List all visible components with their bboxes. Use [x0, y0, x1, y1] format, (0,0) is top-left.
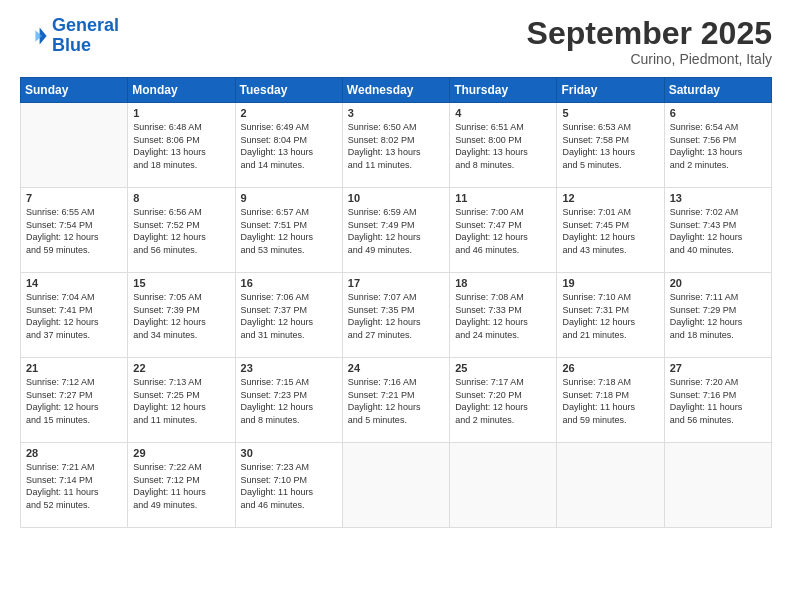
- day-number: 1: [133, 107, 229, 119]
- calendar-header-row: SundayMondayTuesdayWednesdayThursdayFrid…: [21, 78, 772, 103]
- day-info: Sunrise: 7:12 AM Sunset: 7:27 PM Dayligh…: [26, 376, 122, 426]
- day-info: Sunrise: 6:56 AM Sunset: 7:52 PM Dayligh…: [133, 206, 229, 256]
- calendar-week-row: 21Sunrise: 7:12 AM Sunset: 7:27 PM Dayli…: [21, 358, 772, 443]
- day-info: Sunrise: 7:16 AM Sunset: 7:21 PM Dayligh…: [348, 376, 444, 426]
- day-number: 6: [670, 107, 766, 119]
- day-info: Sunrise: 7:08 AM Sunset: 7:33 PM Dayligh…: [455, 291, 551, 341]
- logo-icon: [20, 22, 48, 50]
- calendar-week-row: 1Sunrise: 6:48 AM Sunset: 8:06 PM Daylig…: [21, 103, 772, 188]
- calendar-cell: 27Sunrise: 7:20 AM Sunset: 7:16 PM Dayli…: [664, 358, 771, 443]
- calendar-cell: 19Sunrise: 7:10 AM Sunset: 7:31 PM Dayli…: [557, 273, 664, 358]
- calendar-cell: 20Sunrise: 7:11 AM Sunset: 7:29 PM Dayli…: [664, 273, 771, 358]
- day-number: 14: [26, 277, 122, 289]
- day-info: Sunrise: 7:23 AM Sunset: 7:10 PM Dayligh…: [241, 461, 337, 511]
- day-number: 2: [241, 107, 337, 119]
- day-number: 22: [133, 362, 229, 374]
- day-info: Sunrise: 7:04 AM Sunset: 7:41 PM Dayligh…: [26, 291, 122, 341]
- calendar-cell: 25Sunrise: 7:17 AM Sunset: 7:20 PM Dayli…: [450, 358, 557, 443]
- day-number: 9: [241, 192, 337, 204]
- day-info: Sunrise: 6:51 AM Sunset: 8:00 PM Dayligh…: [455, 121, 551, 171]
- calendar-cell: 11Sunrise: 7:00 AM Sunset: 7:47 PM Dayli…: [450, 188, 557, 273]
- calendar-week-row: 14Sunrise: 7:04 AM Sunset: 7:41 PM Dayli…: [21, 273, 772, 358]
- calendar-cell: 1Sunrise: 6:48 AM Sunset: 8:06 PM Daylig…: [128, 103, 235, 188]
- day-number: 3: [348, 107, 444, 119]
- day-number: 8: [133, 192, 229, 204]
- logo-text: General Blue: [52, 16, 119, 56]
- weekday-header: Tuesday: [235, 78, 342, 103]
- day-number: 26: [562, 362, 658, 374]
- day-info: Sunrise: 6:53 AM Sunset: 7:58 PM Dayligh…: [562, 121, 658, 171]
- day-number: 23: [241, 362, 337, 374]
- day-number: 28: [26, 447, 122, 459]
- weekday-header: Sunday: [21, 78, 128, 103]
- day-number: 11: [455, 192, 551, 204]
- day-number: 4: [455, 107, 551, 119]
- day-number: 27: [670, 362, 766, 374]
- calendar-cell: 29Sunrise: 7:22 AM Sunset: 7:12 PM Dayli…: [128, 443, 235, 528]
- calendar-cell: [21, 103, 128, 188]
- calendar-cell: [342, 443, 449, 528]
- day-number: 25: [455, 362, 551, 374]
- day-number: 10: [348, 192, 444, 204]
- day-number: 30: [241, 447, 337, 459]
- day-info: Sunrise: 7:13 AM Sunset: 7:25 PM Dayligh…: [133, 376, 229, 426]
- calendar-cell: 17Sunrise: 7:07 AM Sunset: 7:35 PM Dayli…: [342, 273, 449, 358]
- day-info: Sunrise: 7:05 AM Sunset: 7:39 PM Dayligh…: [133, 291, 229, 341]
- logo: General Blue: [20, 16, 119, 56]
- day-info: Sunrise: 7:22 AM Sunset: 7:12 PM Dayligh…: [133, 461, 229, 511]
- day-number: 15: [133, 277, 229, 289]
- day-info: Sunrise: 7:01 AM Sunset: 7:45 PM Dayligh…: [562, 206, 658, 256]
- day-number: 21: [26, 362, 122, 374]
- day-info: Sunrise: 6:59 AM Sunset: 7:49 PM Dayligh…: [348, 206, 444, 256]
- calendar-cell: 22Sunrise: 7:13 AM Sunset: 7:25 PM Dayli…: [128, 358, 235, 443]
- header: General Blue September 2025 Curino, Pied…: [20, 16, 772, 67]
- weekday-header: Thursday: [450, 78, 557, 103]
- day-info: Sunrise: 7:11 AM Sunset: 7:29 PM Dayligh…: [670, 291, 766, 341]
- day-info: Sunrise: 7:17 AM Sunset: 7:20 PM Dayligh…: [455, 376, 551, 426]
- day-info: Sunrise: 7:02 AM Sunset: 7:43 PM Dayligh…: [670, 206, 766, 256]
- day-info: Sunrise: 7:15 AM Sunset: 7:23 PM Dayligh…: [241, 376, 337, 426]
- day-info: Sunrise: 6:55 AM Sunset: 7:54 PM Dayligh…: [26, 206, 122, 256]
- day-number: 13: [670, 192, 766, 204]
- calendar-cell: [450, 443, 557, 528]
- calendar-cell: 4Sunrise: 6:51 AM Sunset: 8:00 PM Daylig…: [450, 103, 557, 188]
- day-info: Sunrise: 7:06 AM Sunset: 7:37 PM Dayligh…: [241, 291, 337, 341]
- day-info: Sunrise: 7:21 AM Sunset: 7:14 PM Dayligh…: [26, 461, 122, 511]
- day-number: 24: [348, 362, 444, 374]
- logo-line2: Blue: [52, 35, 91, 55]
- calendar-cell: 3Sunrise: 6:50 AM Sunset: 8:02 PM Daylig…: [342, 103, 449, 188]
- day-info: Sunrise: 7:18 AM Sunset: 7:18 PM Dayligh…: [562, 376, 658, 426]
- calendar-cell: 23Sunrise: 7:15 AM Sunset: 7:23 PM Dayli…: [235, 358, 342, 443]
- calendar-cell: 5Sunrise: 6:53 AM Sunset: 7:58 PM Daylig…: [557, 103, 664, 188]
- location: Curino, Piedmont, Italy: [527, 51, 772, 67]
- calendar-cell: 15Sunrise: 7:05 AM Sunset: 7:39 PM Dayli…: [128, 273, 235, 358]
- day-info: Sunrise: 7:20 AM Sunset: 7:16 PM Dayligh…: [670, 376, 766, 426]
- day-number: 16: [241, 277, 337, 289]
- calendar-cell: 26Sunrise: 7:18 AM Sunset: 7:18 PM Dayli…: [557, 358, 664, 443]
- day-number: 19: [562, 277, 658, 289]
- calendar-cell: 9Sunrise: 6:57 AM Sunset: 7:51 PM Daylig…: [235, 188, 342, 273]
- page: General Blue September 2025 Curino, Pied…: [0, 0, 792, 612]
- calendar-cell: [664, 443, 771, 528]
- calendar-cell: 8Sunrise: 6:56 AM Sunset: 7:52 PM Daylig…: [128, 188, 235, 273]
- weekday-header: Monday: [128, 78, 235, 103]
- calendar-week-row: 7Sunrise: 6:55 AM Sunset: 7:54 PM Daylig…: [21, 188, 772, 273]
- day-number: 18: [455, 277, 551, 289]
- calendar-cell: 2Sunrise: 6:49 AM Sunset: 8:04 PM Daylig…: [235, 103, 342, 188]
- calendar-cell: 7Sunrise: 6:55 AM Sunset: 7:54 PM Daylig…: [21, 188, 128, 273]
- calendar-cell: 12Sunrise: 7:01 AM Sunset: 7:45 PM Dayli…: [557, 188, 664, 273]
- calendar-cell: [557, 443, 664, 528]
- day-info: Sunrise: 7:10 AM Sunset: 7:31 PM Dayligh…: [562, 291, 658, 341]
- calendar-cell: 24Sunrise: 7:16 AM Sunset: 7:21 PM Dayli…: [342, 358, 449, 443]
- title-block: September 2025 Curino, Piedmont, Italy: [527, 16, 772, 67]
- day-number: 29: [133, 447, 229, 459]
- day-info: Sunrise: 6:48 AM Sunset: 8:06 PM Dayligh…: [133, 121, 229, 171]
- calendar-cell: 13Sunrise: 7:02 AM Sunset: 7:43 PM Dayli…: [664, 188, 771, 273]
- calendar-cell: 28Sunrise: 7:21 AM Sunset: 7:14 PM Dayli…: [21, 443, 128, 528]
- day-number: 5: [562, 107, 658, 119]
- weekday-header: Wednesday: [342, 78, 449, 103]
- day-number: 7: [26, 192, 122, 204]
- calendar-cell: 14Sunrise: 7:04 AM Sunset: 7:41 PM Dayli…: [21, 273, 128, 358]
- calendar-cell: 18Sunrise: 7:08 AM Sunset: 7:33 PM Dayli…: [450, 273, 557, 358]
- calendar-week-row: 28Sunrise: 7:21 AM Sunset: 7:14 PM Dayli…: [21, 443, 772, 528]
